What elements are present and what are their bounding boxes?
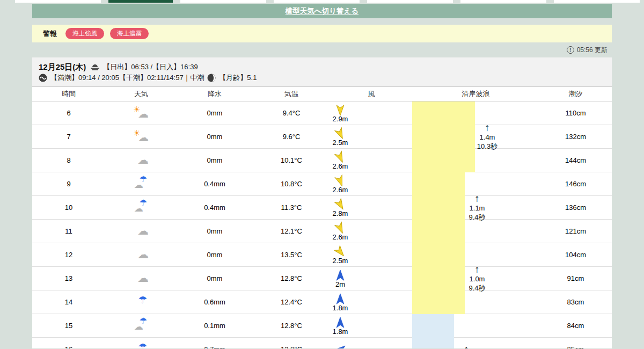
time-cell: 10: [65, 203, 72, 212]
tide-cell: 136cm: [565, 203, 586, 212]
wind-speed: 1.8m: [333, 304, 348, 311]
precip-cell: 0mm: [207, 227, 223, 235]
weather-cell: ☁: [133, 223, 150, 239]
column-header-6: 潮汐: [569, 89, 583, 99]
weather-cell: ☁: [133, 152, 150, 168]
column-header-2: 降水: [208, 89, 222, 99]
warning-label: 警報: [43, 29, 57, 39]
warning-badge-fog[interactable]: 海上濃霧: [110, 28, 149, 39]
tide-cell: 121cm: [565, 227, 586, 235]
time-cell: 9: [67, 180, 70, 188]
weather-cell: ☀☁: [133, 129, 150, 144]
forecast-rows: 6☀☁0mm9.4°C2.9m110cm7☀☁0mm9.6°C2.5m132cm…: [32, 101, 612, 348]
precip-cell: 0mm: [207, 109, 223, 117]
table-row: 9☁☂0.4mm10.8°C2.6m146cm: [32, 172, 612, 196]
time-cell: 8: [67, 156, 70, 164]
weather-cell: ☁☂: [133, 200, 150, 215]
warning-badge-gale[interactable]: 海上強風: [65, 28, 104, 39]
wind-cell: 2.5m: [333, 246, 348, 264]
wind-cell: 1.8m: [333, 317, 348, 335]
precip-cell: 0.7mm: [204, 345, 225, 348]
switch-layout-link[interactable]: 横型天気へ切り替える: [286, 6, 358, 16]
wind-arrow-icon: [334, 270, 346, 281]
temp-cell: 9.4°C: [283, 109, 301, 117]
umbrella-cloud-icon: ☁☂: [133, 200, 150, 214]
tide-cell: 110cm: [565, 109, 586, 117]
date-header: 12月25日(木) 【日出】06:53 /【日入】16:39: [32, 57, 612, 87]
wind-cell: 1.8m: [333, 293, 348, 311]
cloud-icon: ☁: [133, 152, 150, 166]
wind-cell: 2.6m: [333, 222, 348, 241]
wave-icon: [39, 74, 47, 82]
forecast-card: 12月25日(木) 【日出】06:53 /【日入】16:39: [32, 57, 612, 348]
precip-cell: 0.1mm: [204, 322, 225, 330]
tide-cell: 146cm: [565, 180, 586, 188]
umbrella-cloud-icon: ☁☂: [133, 176, 150, 190]
weather-cell: ☁☂: [133, 176, 150, 192]
switch-layout-bar: 横型天気へ切り替える: [32, 4, 612, 18]
precip-cell: 0.4mm: [204, 180, 225, 188]
table-header-row: 時間天気降水気温風沿岸波浪潮汐: [32, 87, 612, 101]
tide-cell: 144cm: [565, 156, 586, 164]
time-cell: 13: [65, 274, 72, 282]
precip-cell: 0mm: [207, 274, 223, 282]
temp-cell: 11.3°C: [281, 203, 302, 212]
time-cell: 7: [67, 133, 70, 141]
wind-speed: 2m: [335, 281, 345, 288]
column-header-3: 気温: [284, 89, 298, 99]
wind-speed: 1.8m: [333, 328, 348, 335]
temp-cell: 12.4°C: [281, 298, 302, 306]
tide-cell: 91cm: [567, 274, 584, 282]
crescent-moon-icon: [207, 74, 216, 82]
table-row: 10☁☂0.4mm11.3°C2.8m136cm: [32, 196, 612, 220]
weather-cell: ☂: [133, 294, 150, 310]
table-row: 15☁☂0.1mm12.8°C1.8m84cm: [32, 314, 612, 338]
time-cell: 16: [65, 345, 72, 348]
umbrella-cloud-icon: ☁☂: [133, 318, 150, 332]
wind-cell: [334, 344, 346, 348]
sun-cloud-icon: ☀☁: [133, 105, 150, 119]
time-cell: 15: [65, 322, 72, 330]
table-row: 12☁0mm13.5°C2.5m104cm: [32, 243, 612, 267]
weather-cell: ☀☁: [133, 105, 150, 121]
table-row: 8☁0mm10.1°C2.6m144cm: [32, 149, 612, 172]
precip-cell: 0mm: [207, 156, 223, 164]
precip-cell: 0.4mm: [204, 203, 225, 212]
weather-cell: ☁: [133, 247, 150, 263]
sun-times: 【日出】06:53 /【日入】16:39: [103, 62, 197, 72]
sun-cloud-icon: ☀☁: [133, 129, 150, 143]
weather-cell: ☂: [133, 341, 150, 348]
umbrella-icon: ☂: [133, 294, 150, 308]
update-time: 05:56 更新: [577, 46, 608, 55]
umbrella-icon: ☂: [133, 341, 150, 348]
temp-cell: 10.1°C: [281, 156, 302, 164]
wind-cell: 2.5m: [333, 128, 348, 146]
precip-cell: 0mm: [207, 133, 223, 141]
weather-cell: ☁☂: [133, 318, 150, 333]
tide-cell: 85cm: [567, 345, 584, 348]
date-title: 12月25日(木): [39, 62, 86, 72]
temp-cell: 9.6°C: [283, 133, 301, 141]
table-row: 16☂0.7mm12.8°C85cm: [32, 338, 612, 348]
tide-times: 【満潮】09:14 / 20:05【干潮】02:11/14:57｜中潮: [50, 73, 204, 83]
table-row: 7☀☁0mm9.6°C2.5m132cm: [32, 125, 612, 149]
time-cell: 12: [65, 251, 72, 259]
table-row: 11☁0mm12.1°C2.6m121cm: [32, 220, 612, 243]
cloud-icon: ☁: [133, 247, 150, 261]
wind-cell: 2.6m: [333, 151, 348, 170]
column-header-5: 沿岸波浪: [462, 89, 490, 99]
warning-bar: 警報 海上強風 海上濃霧: [32, 25, 612, 42]
wind-cell: 2.9m: [333, 104, 348, 122]
precip-cell: 0mm: [207, 251, 223, 259]
table-row: 6☀☁0mm9.4°C2.9m110cm: [32, 101, 612, 125]
time-cell: 14: [65, 298, 72, 306]
column-header-4: 風: [368, 89, 375, 99]
column-header-1: 天気: [134, 89, 148, 99]
moon-age: 【月齢】5.1: [219, 73, 257, 83]
weather-cell: ☁: [133, 271, 150, 286]
temp-cell: 13.5°C: [281, 251, 302, 259]
table-row: 13☁0mm12.8°C2m91cm: [32, 267, 612, 290]
tide-cell: 132cm: [565, 133, 586, 141]
temp-cell: 12.8°C: [281, 345, 302, 348]
cloud-icon: ☁: [133, 223, 150, 237]
